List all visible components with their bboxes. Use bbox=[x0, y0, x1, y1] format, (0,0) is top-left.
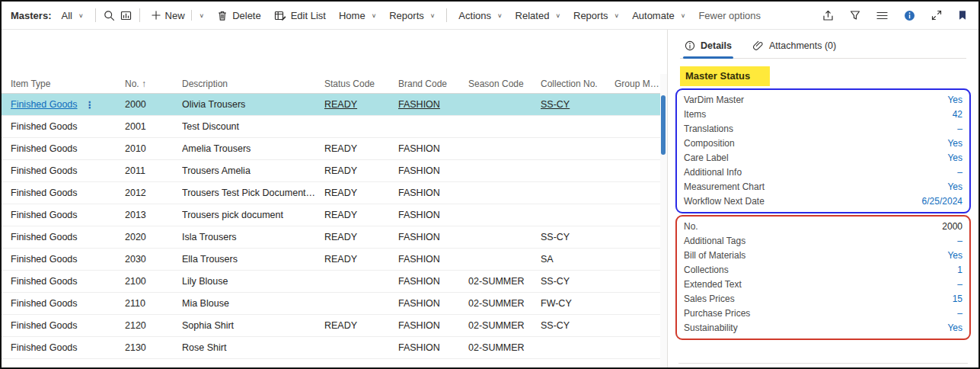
field-value[interactable]: Yes bbox=[947, 138, 962, 149]
table-row[interactable]: Finished Goods ⋮ 2013 Trousers pick docu… bbox=[2, 204, 667, 226]
cell-brand-code[interactable]: FASHION bbox=[398, 165, 468, 176]
cell-season-code[interactable]: 02-SUMMER bbox=[468, 298, 541, 309]
resize-button[interactable] bbox=[929, 8, 944, 23]
cell-description[interactable]: Trousers pick document bbox=[182, 210, 324, 220]
cell-description[interactable]: Mia Blouse bbox=[182, 298, 324, 309]
cell-description[interactable]: Olivia Trousers bbox=[182, 99, 324, 110]
cell-item-type[interactable]: Finished Goods bbox=[11, 188, 78, 198]
scope-dropdown[interactable]: All ∨ bbox=[55, 6, 89, 25]
table-row[interactable]: Finished Goods ⋮ 2120 Sophia Shirt READY… bbox=[2, 315, 667, 337]
column-header-season-code[interactable]: Season Code bbox=[468, 79, 541, 89]
cell-status-code[interactable]: READY bbox=[324, 210, 398, 220]
field-value[interactable]: 6/25/2024 bbox=[922, 196, 962, 207]
cell-description[interactable]: Trousers Test Pick Document/I... bbox=[182, 188, 324, 198]
table-row[interactable]: Finished Goods ⋮ 2000 Olivia Trousers RE… bbox=[2, 94, 667, 116]
field-value[interactable]: Yes bbox=[947, 95, 962, 105]
delete-button[interactable]: Delete bbox=[211, 6, 267, 25]
cell-no[interactable]: 2001 bbox=[125, 121, 182, 132]
cell-item-type[interactable]: Finished Goods bbox=[11, 210, 78, 220]
cell-no[interactable]: 2000 bbox=[125, 99, 182, 110]
column-header-status-code[interactable]: Status Code bbox=[324, 79, 398, 89]
table-row[interactable]: Finished Goods ⋮ 2100 Lily Blouse FASHIO… bbox=[2, 271, 667, 293]
field-value[interactable]: – bbox=[957, 279, 962, 290]
cell-description[interactable]: Amelia Trousers bbox=[182, 143, 324, 154]
cell-status-code[interactable]: READY bbox=[324, 165, 398, 176]
table-row[interactable]: Finished Goods ⋮ 2020 Isla Trousers READ… bbox=[2, 226, 667, 249]
cell-no[interactable]: 2013 bbox=[125, 210, 182, 220]
cell-brand-code[interactable]: FASHION bbox=[398, 342, 468, 353]
cell-description[interactable]: Ella Trousers bbox=[182, 254, 324, 265]
field-value[interactable]: 15 bbox=[953, 294, 962, 304]
cell-no[interactable]: 2100 bbox=[125, 276, 182, 287]
column-header-brand-code[interactable]: Brand Code bbox=[398, 79, 468, 89]
fewer-options-button[interactable]: Fewer options bbox=[692, 6, 767, 25]
cell-no[interactable]: 2030 bbox=[125, 254, 182, 265]
cell-item-type[interactable]: Finished Goods bbox=[11, 232, 78, 242]
share-button[interactable] bbox=[820, 8, 836, 24]
edit-list-button[interactable]: Edit List bbox=[268, 6, 332, 25]
cell-description[interactable]: Lily Blouse bbox=[182, 276, 324, 287]
cell-collection-no[interactable]: SS-CY bbox=[541, 232, 614, 242]
table-row[interactable]: Finished Goods ⋮ 2010 Amelia Trousers RE… bbox=[2, 138, 667, 160]
cell-item-type[interactable]: Finished Goods bbox=[11, 298, 78, 309]
field-value[interactable]: 42 bbox=[953, 109, 962, 120]
cell-item-type[interactable]: Finished Goods bbox=[11, 143, 78, 154]
search-button[interactable] bbox=[101, 8, 117, 24]
cell-collection-no[interactable]: SS-CY bbox=[541, 320, 614, 331]
cell-status-code[interactable]: READY bbox=[324, 320, 398, 331]
cell-status-code[interactable]: READY bbox=[324, 143, 398, 154]
cell-no[interactable]: 2012 bbox=[125, 188, 182, 198]
cell-brand-code[interactable]: FASHION bbox=[398, 143, 468, 154]
field-value[interactable]: Yes bbox=[947, 250, 962, 261]
vertical-scrollbar[interactable] bbox=[660, 74, 667, 367]
cell-status-code[interactable]: READY bbox=[324, 188, 398, 198]
reports-menu-1[interactable]: Reports ∨ bbox=[383, 6, 441, 25]
field-value[interactable]: Yes bbox=[947, 322, 962, 333]
cell-brand-code[interactable]: FASHION bbox=[398, 276, 468, 287]
cell-no[interactable]: 2010 bbox=[125, 143, 182, 154]
field-value[interactable]: – bbox=[957, 124, 962, 134]
table-row[interactable]: Finished Goods ⋮ 2011 Trousers Amelia RE… bbox=[2, 160, 667, 182]
cell-status-code[interactable]: READY bbox=[324, 254, 398, 265]
cell-item-type[interactable]: Finished Goods bbox=[11, 342, 78, 353]
cell-description[interactable]: Isla Trousers bbox=[182, 232, 324, 242]
actions-menu[interactable]: Actions ∨ bbox=[452, 6, 508, 25]
cell-brand-code[interactable]: FASHION bbox=[398, 320, 468, 331]
scrollbar-thumb[interactable] bbox=[661, 95, 666, 155]
cell-collection-no[interactable]: SS-CY bbox=[541, 276, 614, 287]
cell-brand-code[interactable]: FASHION bbox=[398, 298, 468, 309]
column-header-item-type[interactable]: Item Type bbox=[11, 79, 125, 89]
cell-brand-code[interactable]: FASHION bbox=[398, 254, 468, 265]
analyze-button[interactable] bbox=[118, 8, 134, 24]
cell-item-type[interactable]: Finished Goods bbox=[11, 99, 78, 110]
cell-description[interactable]: Sophia Shirt bbox=[182, 320, 324, 331]
cell-brand-code[interactable]: FASHION bbox=[398, 210, 468, 220]
filter-button[interactable] bbox=[848, 8, 863, 23]
cell-description[interactable]: Rose Shirt bbox=[182, 342, 324, 353]
cell-no[interactable]: 2020 bbox=[125, 232, 182, 242]
field-value[interactable]: Yes bbox=[947, 152, 962, 163]
cell-no[interactable]: 2110 bbox=[125, 298, 182, 309]
cell-brand-code[interactable]: FASHION bbox=[398, 99, 468, 110]
field-value[interactable]: – bbox=[957, 236, 962, 246]
home-menu[interactable]: Home ∨ bbox=[333, 6, 382, 25]
table-row[interactable]: Finished Goods ⋮ 2030 Ella Trousers READ… bbox=[2, 249, 667, 271]
cell-status-code[interactable]: READY bbox=[324, 232, 398, 242]
info-button[interactable] bbox=[902, 8, 918, 24]
new-button[interactable]: New ∨ bbox=[145, 6, 211, 25]
cell-season-code[interactable]: 02-SUMMER bbox=[468, 276, 541, 287]
field-value[interactable]: – bbox=[957, 308, 962, 319]
cell-item-type[interactable]: Finished Goods bbox=[11, 254, 78, 265]
field-value[interactable]: – bbox=[957, 167, 962, 178]
cell-collection-no[interactable]: SA bbox=[541, 254, 614, 265]
cell-status-code[interactable]: READY bbox=[324, 99, 398, 110]
cell-item-type[interactable]: Finished Goods bbox=[11, 320, 78, 331]
cell-description[interactable]: Trousers Amelia bbox=[182, 165, 324, 176]
table-row[interactable]: Finished Goods ⋮ 2110 Mia Blouse FASHION… bbox=[2, 293, 667, 315]
reports-menu-2[interactable]: Reports ∨ bbox=[567, 6, 625, 25]
table-row[interactable]: Finished Goods ⋮ 2001 Test Discount bbox=[2, 116, 667, 138]
cell-brand-code[interactable]: FASHION bbox=[398, 232, 468, 242]
cell-no[interactable]: 2130 bbox=[125, 342, 182, 353]
cell-item-type[interactable]: Finished Goods bbox=[11, 165, 78, 176]
column-header-collection-no[interactable]: Collection No. bbox=[541, 79, 614, 89]
